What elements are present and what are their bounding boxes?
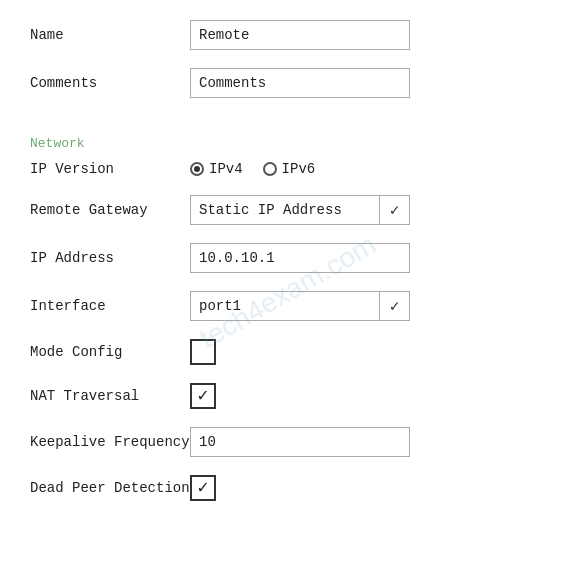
ip-address-row: IP Address xyxy=(30,243,546,273)
interface-select[interactable]: port1 ✓ xyxy=(190,291,410,321)
nat-traversal-checkbox[interactable]: ✓ xyxy=(190,383,216,409)
mode-config-label: Mode Config xyxy=(30,344,190,360)
ipv4-radio[interactable] xyxy=(190,162,204,176)
comments-row: Comments xyxy=(30,68,546,98)
dead-peer-row: Dead Peer Detection ✓ xyxy=(30,475,546,501)
name-row: Name xyxy=(30,20,546,50)
ip-address-input[interactable] xyxy=(190,243,410,273)
remote-gateway-arrow[interactable]: ✓ xyxy=(379,196,409,224)
nat-traversal-row: NAT Traversal ✓ xyxy=(30,383,546,409)
comments-input[interactable] xyxy=(190,68,410,98)
interface-value: port1 xyxy=(191,294,379,318)
remote-gateway-label: Remote Gateway xyxy=(30,202,190,218)
ipv6-label: IPv6 xyxy=(282,161,316,177)
keepalive-input[interactable] xyxy=(190,427,410,457)
ipv6-radio[interactable] xyxy=(263,162,277,176)
ip-version-label: IP Version xyxy=(30,161,190,177)
ipv4-option[interactable]: IPv4 xyxy=(190,161,243,177)
keepalive-row: Keepalive Frequency xyxy=(30,427,546,457)
mode-config-checkbox[interactable] xyxy=(190,339,216,365)
keepalive-label: Keepalive Frequency xyxy=(30,434,190,450)
name-label: Name xyxy=(30,27,190,43)
interface-row: Interface port1 ✓ xyxy=(30,291,546,321)
name-input[interactable] xyxy=(190,20,410,50)
mode-config-row: Mode Config xyxy=(30,339,546,365)
network-section-label: Network xyxy=(30,136,546,151)
nat-traversal-label: NAT Traversal xyxy=(30,388,190,404)
remote-gateway-row: Remote Gateway Static IP Address ✓ xyxy=(30,195,546,225)
dead-peer-checkmark: ✓ xyxy=(198,479,209,497)
interface-arrow[interactable]: ✓ xyxy=(379,292,409,320)
ip-version-group: IPv4 IPv6 xyxy=(190,161,315,177)
dead-peer-checkbox[interactable]: ✓ xyxy=(190,475,216,501)
ip-address-label: IP Address xyxy=(30,250,190,266)
ipv4-label: IPv4 xyxy=(209,161,243,177)
ipv6-option[interactable]: IPv6 xyxy=(263,161,316,177)
ip-version-row: IP Version IPv4 IPv6 xyxy=(30,161,546,177)
nat-traversal-checkmark: ✓ xyxy=(198,387,209,405)
dead-peer-label: Dead Peer Detection xyxy=(30,480,190,496)
remote-gateway-select[interactable]: Static IP Address ✓ xyxy=(190,195,410,225)
comments-label: Comments xyxy=(30,75,190,91)
interface-label: Interface xyxy=(30,298,190,314)
remote-gateway-value: Static IP Address xyxy=(191,198,379,222)
